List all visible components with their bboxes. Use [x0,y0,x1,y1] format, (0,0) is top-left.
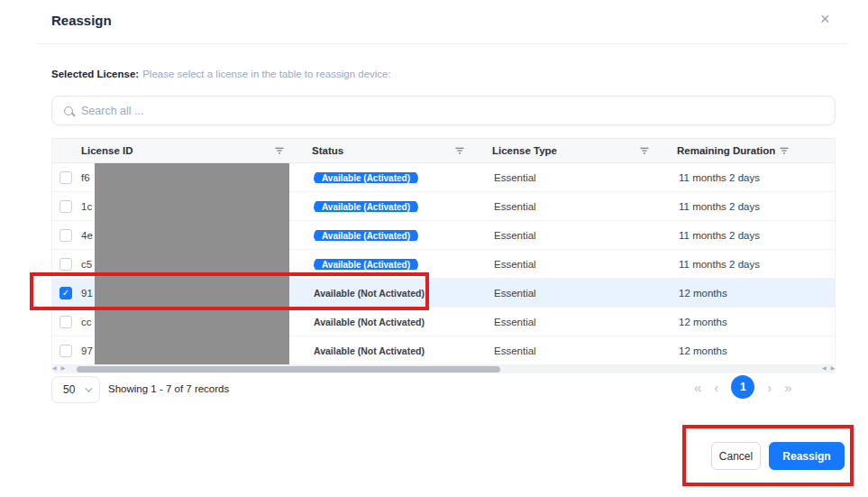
extra-cell: - [817,288,840,299]
next-page-button[interactable]: › [767,381,772,394]
remaining-duration-cell: 12 months [677,288,817,299]
remaining-duration-cell: 11 months 2 days [677,259,817,270]
license-type-cell: Essential [492,172,677,183]
filter-icon[interactable] [274,145,285,156]
status-cell: Available (Not Activated) [312,345,492,356]
scroll-arrows-right[interactable]: ◀▶ [822,364,839,371]
scroll-right-icon[interactable]: ▶ [61,365,70,371]
remaining-duration-cell: 12 months [677,317,817,327]
extra-cell: - [817,345,840,356]
selected-license-line: Selected License:Please select a license… [51,69,391,79]
selected-license-label: Selected License: [51,69,139,79]
scroll-left-icon[interactable]: ◀ [52,365,61,371]
status-cell: Available (Activated) [312,230,492,241]
title-divider [36,43,847,44]
row-checkbox[interactable] [59,258,72,271]
selected-license-helper: Please select a license in the table to … [142,69,391,79]
status-badge: Available (Activated) [314,259,418,270]
license-id: f6 [81,172,90,183]
status-cell: Available (Not Activated) [312,317,492,327]
scrollbar-thumb[interactable] [77,366,500,373]
status-badge: Available (Activated) [314,201,418,212]
extra-cell: - [817,317,840,327]
chevron-down-icon [85,384,92,391]
row-checkbox[interactable]: ✓ [59,287,72,299]
remaining-duration-cell: 11 months 2 days [677,201,817,212]
license-id: 4e [81,230,93,241]
checkbox-cell [52,171,79,184]
extra-cell: S [817,259,840,270]
close-icon[interactable]: × [820,11,830,27]
license-id: 91 [81,288,93,299]
checkbox-cell [52,345,79,357]
license-id: c5 [81,259,92,270]
checkbox-cell [52,200,79,213]
header-remaining-duration-label: Remaining Duration [677,145,775,156]
header-status: Status [312,145,492,156]
scroll-right-icon[interactable]: ▶ [831,365,840,371]
header-license-id: License ID [79,145,312,156]
reassign-modal: Reassign × Selected License:Please selec… [0,0,868,497]
records-summary: Showing 1 - 7 of 7 records [108,383,229,394]
checkbox-cell [52,316,79,328]
header-license-type: License Type [492,145,677,156]
page-title: Reassign [51,13,112,28]
search-placeholder: Search all ... [81,105,143,117]
license-table: License ID Status License Type Remaining… [51,138,836,365]
remaining-duration-cell: 11 months 2 days [677,230,817,241]
horizontal-scrollbar[interactable] [51,365,836,373]
status-cell: Available (Activated) [312,172,492,183]
row-checkbox[interactable] [59,200,72,213]
page-size-select[interactable]: 50 [51,376,100,403]
redaction-overlay [95,163,289,364]
remaining-duration-cell: 11 months 2 days [677,172,817,183]
filter-icon[interactable] [639,145,650,156]
row-checkbox[interactable] [59,345,72,357]
checkbox-cell: ✓ [52,287,79,299]
filter-icon[interactable] [454,145,465,156]
checkbox-cell [52,258,79,271]
pagination-controls: « ‹ 1 › » [694,375,792,399]
header-remaining-duration: Remaining Duration [677,145,817,156]
page-size-value: 50 [63,383,75,396]
prev-page-button[interactable]: ‹ [714,381,718,394]
header-license-type-label: License Type [492,145,557,156]
license-type-cell: Essential [492,345,677,356]
current-page-button[interactable]: 1 [731,375,754,399]
reassign-button[interactable]: Reassign [769,442,845,470]
status-badge: Available (Not Activated) [314,317,425,327]
status-cell: Available (Activated) [312,259,492,270]
license-id: 1c [81,201,92,212]
license-type-cell: Essential [492,317,677,327]
license-type-cell: Essential [492,259,677,270]
scroll-arrows-left[interactable]: ◀▶ [52,364,69,371]
remaining-duration-cell: 12 months [677,345,817,356]
row-checkbox[interactable] [59,171,72,184]
header-status-label: Status [312,145,343,156]
cancel-button[interactable]: Cancel [711,442,761,470]
status-cell: Available (Activated) [312,201,492,212]
search-input[interactable]: Search all ... [51,96,836,125]
checkbox-cell [52,229,79,242]
last-page-button[interactable]: » [784,381,791,394]
search-icon [64,106,73,115]
row-checkbox[interactable] [59,229,72,242]
scroll-left-icon[interactable]: ◀ [822,365,831,371]
license-type-cell: Essential [492,201,677,212]
table-header: License ID Status License Type Remaining… [52,138,835,163]
license-id: 97 [81,345,93,356]
filter-icon[interactable] [779,145,790,156]
status-badge: Available (Activated) [314,172,418,183]
table-body: f6Available (Activated)Essential11 month… [52,163,835,365]
status-cell: Available (Not Activated) [312,288,492,299]
extra-cell: S [817,201,840,212]
extra-cell: S [817,172,840,183]
first-page-button[interactable]: « [694,381,701,394]
status-badge: Available (Not Activated) [314,345,425,356]
license-id: cc [81,317,92,327]
license-type-cell: Essential [492,288,677,299]
row-checkbox[interactable] [59,316,72,328]
license-type-cell: Essential [492,230,677,241]
status-badge: Available (Activated) [314,230,418,241]
extra-cell: S [817,230,840,241]
